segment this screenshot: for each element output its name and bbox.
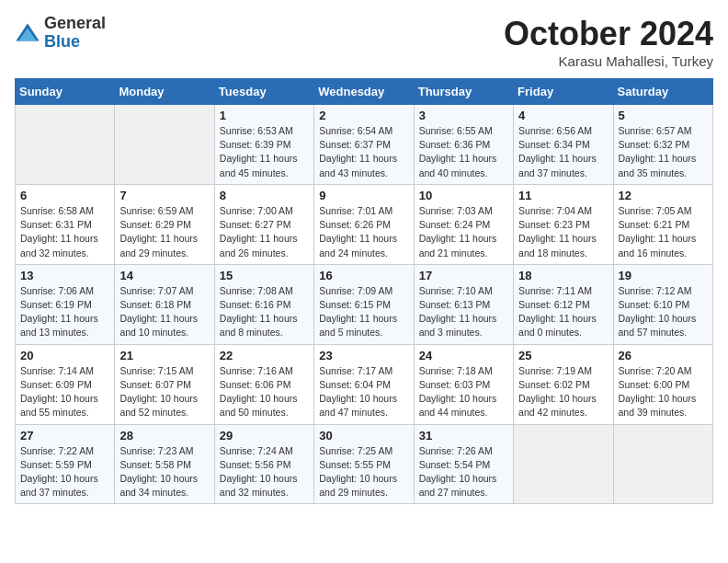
calendar-cell: [514, 424, 613, 504]
day-info: Sunrise: 7:16 AMSunset: 6:06 PMDaylight:…: [220, 364, 309, 420]
logo-general: General: [44, 14, 106, 32]
calendar-cell: 18Sunrise: 7:11 AMSunset: 6:12 PMDayligh…: [514, 264, 613, 344]
calendar-week-row: 20Sunrise: 7:14 AMSunset: 6:09 PMDayligh…: [16, 344, 713, 424]
calendar-cell: 2Sunrise: 6:54 AMSunset: 6:37 PMDaylight…: [314, 105, 414, 185]
day-info: Sunrise: 7:15 AMSunset: 6:07 PMDaylight:…: [119, 364, 209, 420]
weekday-header: Thursday: [414, 79, 513, 105]
calendar-cell: 17Sunrise: 7:10 AMSunset: 6:13 PMDayligh…: [414, 264, 513, 344]
day-info: Sunrise: 7:25 AMSunset: 5:55 PMDaylight:…: [319, 444, 408, 500]
calendar-cell: 30Sunrise: 7:25 AMSunset: 5:55 PMDayligh…: [314, 424, 414, 504]
day-number: 4: [518, 109, 608, 122]
calendar-cell: 9Sunrise: 7:01 AMSunset: 6:26 PMDaylight…: [314, 184, 414, 264]
calendar-cell: 31Sunrise: 7:26 AMSunset: 5:54 PMDayligh…: [414, 424, 513, 504]
day-number: 20: [20, 349, 109, 362]
title-block: October 2024 Karasu Mahallesi, Turkey: [504, 15, 713, 69]
calendar-cell: 10Sunrise: 7:03 AMSunset: 6:24 PMDayligh…: [414, 184, 513, 264]
calendar-cell: 25Sunrise: 7:19 AMSunset: 6:02 PMDayligh…: [514, 344, 613, 424]
day-number: 28: [119, 429, 209, 442]
day-info: Sunrise: 7:22 AMSunset: 5:59 PMDaylight:…: [20, 444, 109, 500]
month-title: October 2024: [504, 15, 713, 53]
day-number: 9: [319, 189, 408, 202]
calendar-cell: [613, 424, 712, 504]
day-number: 23: [319, 349, 408, 362]
calendar-cell: 19Sunrise: 7:12 AMSunset: 6:10 PMDayligh…: [613, 264, 712, 344]
calendar-cell: 5Sunrise: 6:57 AMSunset: 6:32 PMDaylight…: [613, 105, 712, 185]
calendar-week-row: 13Sunrise: 7:06 AMSunset: 6:19 PMDayligh…: [16, 264, 713, 344]
day-number: 24: [419, 349, 508, 362]
day-info: Sunrise: 7:07 AMSunset: 6:18 PMDaylight:…: [119, 284, 209, 340]
day-info: Sunrise: 6:57 AMSunset: 6:32 PMDaylight:…: [619, 124, 708, 180]
calendar-cell: [16, 105, 115, 185]
logo-blue: Blue: [44, 32, 80, 51]
day-info: Sunrise: 6:58 AMSunset: 6:31 PMDaylight:…: [20, 204, 109, 260]
day-info: Sunrise: 7:12 AMSunset: 6:10 PMDaylight:…: [619, 284, 708, 340]
day-number: 30: [319, 429, 408, 442]
weekday-header: Sunday: [16, 79, 115, 105]
calendar-cell: 14Sunrise: 7:07 AMSunset: 6:18 PMDayligh…: [115, 264, 214, 344]
day-info: Sunrise: 7:10 AMSunset: 6:13 PMDaylight:…: [419, 284, 508, 340]
calendar-week-row: 27Sunrise: 7:22 AMSunset: 5:59 PMDayligh…: [16, 424, 713, 504]
day-info: Sunrise: 7:14 AMSunset: 6:09 PMDaylight:…: [20, 364, 109, 420]
day-info: Sunrise: 6:55 AMSunset: 6:36 PMDaylight:…: [419, 124, 508, 180]
day-number: 29: [220, 429, 309, 442]
calendar-cell: 1Sunrise: 6:53 AMSunset: 6:39 PMDaylight…: [214, 105, 313, 185]
day-info: Sunrise: 7:03 AMSunset: 6:24 PMDaylight:…: [419, 204, 508, 260]
day-number: 7: [119, 189, 209, 202]
day-number: 2: [319, 109, 408, 122]
calendar-cell: 12Sunrise: 7:05 AMSunset: 6:21 PMDayligh…: [613, 184, 712, 264]
day-info: Sunrise: 7:09 AMSunset: 6:15 PMDaylight:…: [319, 284, 408, 340]
weekday-header: Tuesday: [214, 79, 313, 105]
day-info: Sunrise: 7:11 AMSunset: 6:12 PMDaylight:…: [518, 284, 608, 340]
day-number: 21: [119, 349, 209, 362]
day-number: 27: [20, 429, 109, 442]
logo-icon: [15, 20, 40, 46]
calendar-cell: 13Sunrise: 7:06 AMSunset: 6:19 PMDayligh…: [16, 264, 115, 344]
calendar-cell: 23Sunrise: 7:17 AMSunset: 6:04 PMDayligh…: [314, 344, 414, 424]
day-info: Sunrise: 7:01 AMSunset: 6:26 PMDaylight:…: [319, 204, 408, 260]
day-number: 14: [119, 269, 209, 282]
day-info: Sunrise: 7:18 AMSunset: 6:03 PMDaylight:…: [419, 364, 508, 420]
day-info: Sunrise: 7:26 AMSunset: 5:54 PMDaylight:…: [419, 444, 508, 500]
weekday-header: Friday: [514, 79, 613, 105]
calendar-cell: 21Sunrise: 7:15 AMSunset: 6:07 PMDayligh…: [115, 344, 214, 424]
day-info: Sunrise: 6:53 AMSunset: 6:39 PMDaylight:…: [220, 124, 309, 180]
calendar-cell: 11Sunrise: 7:04 AMSunset: 6:23 PMDayligh…: [514, 184, 613, 264]
day-info: Sunrise: 7:19 AMSunset: 6:02 PMDaylight:…: [518, 364, 608, 420]
calendar-cell: 26Sunrise: 7:20 AMSunset: 6:00 PMDayligh…: [613, 344, 712, 424]
weekday-header: Saturday: [613, 79, 712, 105]
day-number: 11: [518, 189, 608, 202]
calendar-cell: [115, 105, 214, 185]
calendar-cell: 16Sunrise: 7:09 AMSunset: 6:15 PMDayligh…: [314, 264, 414, 344]
page-header: General Blue October 2024 Karasu Mahalle…: [15, 15, 713, 69]
day-info: Sunrise: 6:54 AMSunset: 6:37 PMDaylight:…: [319, 124, 408, 180]
day-info: Sunrise: 7:04 AMSunset: 6:23 PMDaylight:…: [518, 204, 608, 260]
day-number: 18: [518, 269, 608, 282]
calendar-cell: 4Sunrise: 6:56 AMSunset: 6:34 PMDaylight…: [514, 105, 613, 185]
day-info: Sunrise: 7:20 AMSunset: 6:00 PMDaylight:…: [619, 364, 708, 420]
calendar-cell: 29Sunrise: 7:24 AMSunset: 5:56 PMDayligh…: [214, 424, 313, 504]
calendar-cell: 8Sunrise: 7:00 AMSunset: 6:27 PMDaylight…: [214, 184, 313, 264]
calendar-header-row: SundayMondayTuesdayWednesdayThursdayFrid…: [16, 79, 713, 105]
day-info: Sunrise: 7:05 AMSunset: 6:21 PMDaylight:…: [619, 204, 708, 260]
calendar-cell: 3Sunrise: 6:55 AMSunset: 6:36 PMDaylight…: [414, 105, 513, 185]
day-info: Sunrise: 7:23 AMSunset: 5:58 PMDaylight:…: [119, 444, 209, 500]
day-info: Sunrise: 7:08 AMSunset: 6:16 PMDaylight:…: [220, 284, 309, 340]
day-number: 19: [619, 269, 708, 282]
calendar-cell: 7Sunrise: 6:59 AMSunset: 6:29 PMDaylight…: [115, 184, 214, 264]
day-number: 26: [619, 349, 708, 362]
calendar-week-row: 1Sunrise: 6:53 AMSunset: 6:39 PMDaylight…: [16, 105, 713, 185]
day-info: Sunrise: 7:06 AMSunset: 6:19 PMDaylight:…: [20, 284, 109, 340]
day-number: 8: [220, 189, 309, 202]
calendar-cell: 6Sunrise: 6:58 AMSunset: 6:31 PMDaylight…: [16, 184, 115, 264]
calendar-cell: 15Sunrise: 7:08 AMSunset: 6:16 PMDayligh…: [214, 264, 313, 344]
day-number: 31: [419, 429, 508, 442]
day-number: 22: [220, 349, 309, 362]
calendar-cell: 22Sunrise: 7:16 AMSunset: 6:06 PMDayligh…: [214, 344, 313, 424]
day-number: 16: [319, 269, 408, 282]
day-info: Sunrise: 6:59 AMSunset: 6:29 PMDaylight:…: [119, 204, 209, 260]
calendar-cell: 27Sunrise: 7:22 AMSunset: 5:59 PMDayligh…: [16, 424, 115, 504]
day-number: 13: [20, 269, 109, 282]
weekday-header: Wednesday: [314, 79, 414, 105]
location-subtitle: Karasu Mahallesi, Turkey: [504, 53, 713, 69]
day-number: 1: [220, 109, 309, 122]
